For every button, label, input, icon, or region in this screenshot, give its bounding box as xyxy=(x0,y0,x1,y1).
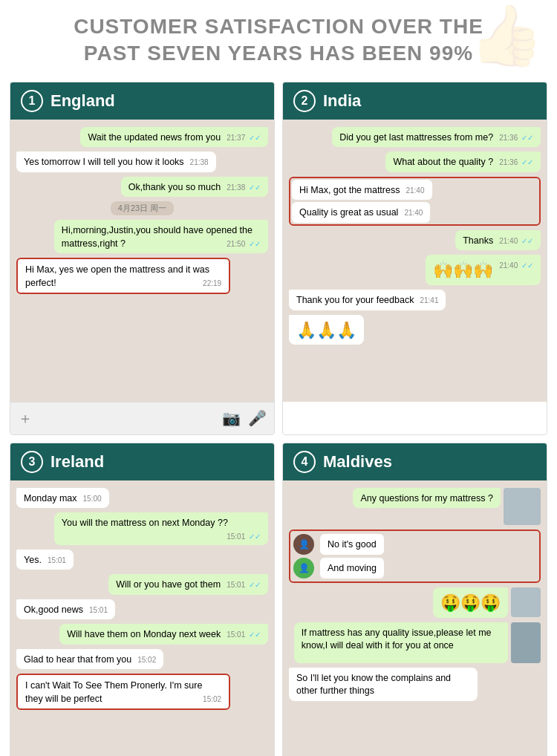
panel-england: 1 England Wait the updated news from you… xyxy=(10,82,275,435)
bubble: Thanks 21:40 ✓✓ xyxy=(455,230,541,251)
bubble: And moving xyxy=(320,558,384,579)
header-section: 👍 CUSTOMER SATISFACTION OVER THE PAST SE… xyxy=(0,0,557,78)
chat-grid: 1 England Wait the updated news from you… xyxy=(0,78,557,756)
msg-row: Monday max 15:00 xyxy=(16,488,268,509)
mic-icon[interactable]: 🎤 xyxy=(248,409,267,427)
highlighted-group: Hi Max, got the mattress 21:40 Quality i… xyxy=(289,177,541,226)
msg-row: Will have them on Monday next week 15:01… xyxy=(16,624,268,645)
india-header: 2 India xyxy=(283,82,547,120)
england-body: Wait the updated news from you 21:37 ✓✓ … xyxy=(10,120,274,402)
bubble: Will or you have got them 15:01 ✓✓ xyxy=(108,574,268,595)
side-image xyxy=(511,622,541,663)
ireland-number: 3 xyxy=(21,451,43,473)
msg-row: Yes tomorrow I will tell you how it look… xyxy=(16,151,268,172)
england-number: 1 xyxy=(21,90,43,112)
bubble: Ok,thank you so much 21:38 ✓✓ xyxy=(121,177,268,198)
msg-row: Glad to hear that from you 15:02 xyxy=(16,649,268,670)
msg-row: Quality is great as usual 21:40 xyxy=(292,202,538,223)
england-header: 1 England xyxy=(10,82,274,120)
bubble: Quality is great as usual 21:40 xyxy=(292,202,430,223)
bubble: Yes tomorrow I will tell you how it look… xyxy=(16,151,216,172)
panel-maldives: 4 Maldives Any questions for my mattress… xyxy=(282,443,547,756)
india-title: India xyxy=(323,91,361,111)
bubble: Yes. 15:01 xyxy=(16,550,74,570)
bubble-highlighted: I can't Wait To See Them Pronerly. I'm s… xyxy=(16,674,230,710)
ireland-body: Monday max 15:00 You will the mattress o… xyxy=(10,480,274,756)
bubble: Hi,morning,Justin,you should have opened… xyxy=(54,220,268,253)
maldives-body: Any questions for my mattress ? 👤 No it'… xyxy=(283,480,547,756)
ireland-header: 3 Ireland xyxy=(10,443,274,480)
bubble: Will have them on Monday next week 15:01… xyxy=(59,624,268,645)
camera-icon[interactable]: 📷 xyxy=(222,409,241,427)
highlighted-group: 👤 No it's good 👤 And moving xyxy=(289,529,541,583)
bubble: What about the quality ? 21:36 ✓✓ xyxy=(385,151,541,172)
msg-row: Wait the updated news from you 21:37 ✓✓ xyxy=(16,127,268,148)
panel-india: 2 India Did you get last mattresses from… xyxy=(282,82,547,435)
india-number: 2 xyxy=(293,90,316,112)
msg-row: Hi,morning,Justin,you should have opened… xyxy=(16,220,268,253)
msg-row: Ok,thank you so much 21:38 ✓✓ xyxy=(16,177,268,198)
bubble: So I'll let you know the complains and o… xyxy=(289,668,478,701)
england-input-bar: ＋ 📷 🎤 xyxy=(10,402,274,434)
bubble: Any questions for my mattress ? xyxy=(353,488,501,509)
ireland-title: Ireland xyxy=(51,452,104,472)
bubble: 🙌🙌🙌 21:40 ✓✓ xyxy=(426,255,541,285)
msg-row: I can't Wait To See Them Pronerly. I'm s… xyxy=(16,674,268,710)
add-icon[interactable]: ＋ xyxy=(18,408,33,428)
bubble: Hi Max, got the mattress 21:40 xyxy=(292,180,432,201)
bubble: You will the mattress on next Monday ?? … xyxy=(54,512,268,545)
maldives-number: 4 xyxy=(293,451,316,473)
avatar: 👤 xyxy=(293,534,314,555)
bubble: Thank you for your feedback 21:41 xyxy=(289,290,446,310)
msg-row: Will or you have got them 15:01 ✓✓ xyxy=(16,574,268,595)
bubble-highlighted: Hi Max, yes we open the mattress and it … xyxy=(16,258,230,294)
headline: CUSTOMER SATISFACTION OVER THE PAST SEVE… xyxy=(22,13,535,68)
bubble: 🙏🙏🙏 xyxy=(289,315,364,345)
side-image xyxy=(511,587,541,617)
msg-row: 🤑🤑🤑 xyxy=(289,587,541,618)
msg-row: If mattress has any quality issue,please… xyxy=(289,622,541,663)
bubble: No it's good xyxy=(320,534,384,555)
panel-ireland: 3 Ireland Monday max 15:00 You will the … xyxy=(10,443,275,756)
bubble: 🤑🤑🤑 xyxy=(433,587,508,618)
msg-row: Did you get last mattresses from me? 21:… xyxy=(289,127,541,148)
england-title: England xyxy=(51,91,115,111)
avatar: 👤 xyxy=(293,558,314,579)
msg-row: What about the quality ? 21:36 ✓✓ xyxy=(289,151,541,172)
msg-row: You will the mattress on next Monday ?? … xyxy=(16,512,268,545)
msg-row: Thank you for your feedback 21:41 xyxy=(289,290,541,310)
bubble: Did you get last mattresses from me? 21:… xyxy=(332,127,541,148)
msg-row: Thanks 21:40 ✓✓ xyxy=(289,230,541,251)
maldives-header: 4 Maldives xyxy=(283,443,547,480)
maldives-title: Maldives xyxy=(323,452,392,472)
side-image xyxy=(504,488,541,525)
msg-row: Hi Max, got the mattress 21:40 xyxy=(292,180,538,201)
msg-row: 🙌🙌🙌 21:40 ✓✓ xyxy=(289,255,541,285)
msg-row: Hi Max, yes we open the mattress and it … xyxy=(16,258,268,294)
date-divider: 4月23日 周一 xyxy=(111,201,174,215)
msg-row: 🙏🙏🙏 xyxy=(289,315,541,345)
bubble: Ok,good news 15:01 xyxy=(16,599,115,620)
msg-row: Ok,good news 15:01 xyxy=(16,599,268,620)
india-body: Did you get last mattresses from me? 21:… xyxy=(283,120,547,402)
bubble: Glad to hear that from you 15:02 xyxy=(16,649,163,670)
bubble: If mattress has any quality issue,please… xyxy=(294,622,508,663)
thumbs-up-icon: 👍 xyxy=(469,6,544,65)
msg-row: Yes. 15:01 xyxy=(16,550,268,570)
bubble: Wait the updated news from you 21:37 ✓✓ xyxy=(80,127,268,148)
bubble: Monday max 15:00 xyxy=(16,488,109,509)
